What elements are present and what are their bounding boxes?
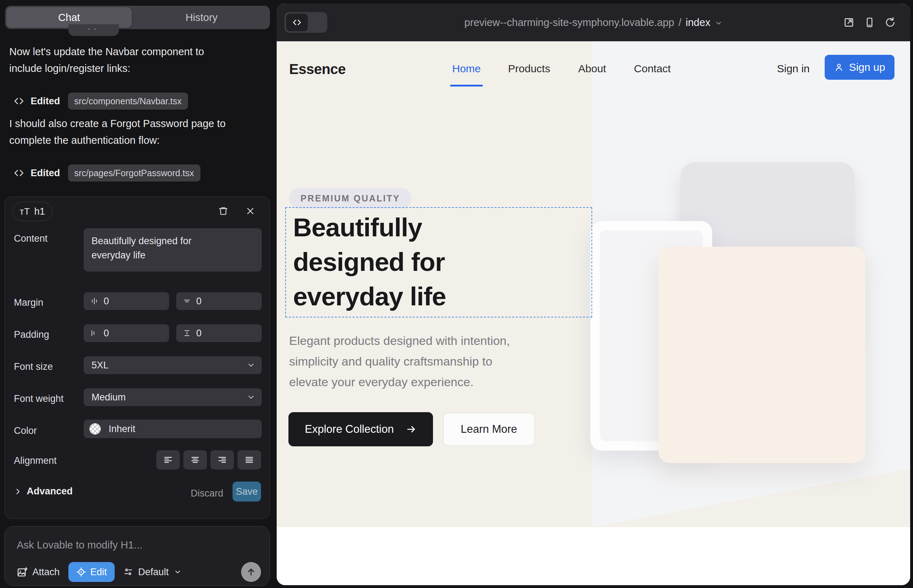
delete-element-button[interactable] [215,203,231,219]
url-domain: preview--charming-site-symphony.lovable.… [465,17,674,29]
color-select[interactable]: Inherit [84,420,262,438]
assistant-message: I should also create a Forgot Password p… [9,115,263,149]
tab-history[interactable]: History [133,6,270,29]
sliders-icon [123,567,133,577]
margin-x-icon [90,297,99,305]
premium-quality-badge: PREMIUM QUALITY [289,188,412,208]
close-icon[interactable] [243,203,258,219]
file-chip[interactable]: src/pages/ForgotPassword.tsx [68,165,201,181]
padding-y-input[interactable]: 0 [176,324,262,342]
chevron-right-icon [14,488,22,496]
site-logo[interactable]: Essence [289,61,346,77]
margin-y-input[interactable]: 0 [176,292,262,310]
color-label: Color [14,425,37,436]
refresh-icon[interactable] [884,17,896,28]
url-page: index [686,17,711,29]
font-size-label: Font size [14,361,53,372]
hero-paragraph: Elegant products designed with intention… [289,330,510,392]
url-bar[interactable]: preview--charming-site-symphony.lovable.… [277,3,910,41]
padding-y-icon [183,329,191,338]
sign-up-button[interactable]: Sign up [825,55,895,80]
url-separator: / [678,17,681,29]
hero-heading[interactable]: Beautifully designed for everyday life [293,210,446,313]
site-page: Essence Home Products About Contact Sign… [277,41,910,585]
element-tag-pill: тT h1 [13,202,52,221]
margin-label: Margin [14,297,44,308]
scrolled-file-chip-partial: ·· [68,24,119,36]
advanced-toggle[interactable]: Advanced [14,486,73,497]
chat-composer: Ask Lovable to modify H1... Attach Edit … [4,526,270,586]
nav-link-home[interactable]: Home [450,63,483,75]
color-swatch [89,423,101,435]
edited-file-row: Edited src/pages/ForgotPassword.tsx [13,165,201,181]
font-size-select[interactable]: 5XL [84,356,262,374]
align-center-button[interactable] [183,450,207,470]
learn-more-button[interactable]: Learn More [444,413,534,446]
explore-collection-button[interactable]: Explore Collection [288,412,433,446]
alignment-label: Alignment [14,455,57,466]
chat-history-tabs: Chat History [5,6,270,29]
chevron-down-icon [715,19,722,27]
chat-sidebar: Chat History ·· Now let's update the Nav… [0,0,277,588]
align-left-button[interactable] [156,450,180,470]
code-icon [13,96,24,107]
mobile-view-icon[interactable] [864,17,875,28]
discard-button[interactable]: Discard [191,488,223,499]
edited-label: Edited [31,96,60,107]
edited-file-row: Edited src/components/Navbar.tsx [13,92,188,110]
send-button[interactable] [241,562,261,582]
nav-home-underline [450,85,483,87]
attach-image-icon [17,567,28,577]
chevron-down-icon [247,393,255,402]
chat-input[interactable]: Ask Lovable to modify H1... [17,539,142,551]
mode-select[interactable]: Default [123,567,181,578]
file-chip[interactable]: src/components/Navbar.tsx [68,92,188,110]
chevron-down-icon [247,361,255,370]
content-textarea[interactable]: Beautifully designed for everyday life [84,228,262,271]
decorative-card-cream [659,247,865,463]
attach-button[interactable]: Attach [17,567,60,578]
font-weight-label: Font weight [14,393,64,404]
nav-link-products[interactable]: Products [505,63,553,75]
margin-y-icon [183,297,191,305]
sign-in-link[interactable]: Sign in [777,63,810,75]
element-tag: h1 [34,206,45,217]
code-icon [13,168,24,178]
edited-label: Edited [31,168,60,179]
font-weight-select[interactable]: Medium [84,388,262,406]
typography-icon: тT [20,207,30,217]
assistant-message: Now let's update the Navbar component to… [9,44,263,77]
chevron-down-icon [174,568,181,576]
padding-x-input[interactable]: 0 [84,324,169,342]
padding-label: Padding [14,329,49,340]
next-section [277,527,910,585]
nav-link-about[interactable]: About [576,63,609,75]
h1-editor-panel: тT h1 Content Beautifully designed for e… [4,197,270,519]
user-icon [834,62,844,72]
preview-toolbar: preview--charming-site-symphony.lovable.… [277,3,910,41]
content-label: Content [14,233,48,244]
margin-x-input[interactable]: 0 [84,292,169,310]
save-button[interactable]: Save [233,481,261,501]
arrow-right-icon [406,424,417,435]
nav-link-contact[interactable]: Contact [631,63,674,75]
align-justify-button[interactable] [238,450,261,470]
target-icon [76,567,86,577]
open-in-new-tab-icon[interactable] [843,17,855,28]
padding-x-icon [90,329,99,338]
edit-mode-button[interactable]: Edit [68,562,115,582]
align-right-button[interactable] [210,450,234,470]
preview-window: preview--charming-site-symphony.lovable.… [277,3,910,585]
